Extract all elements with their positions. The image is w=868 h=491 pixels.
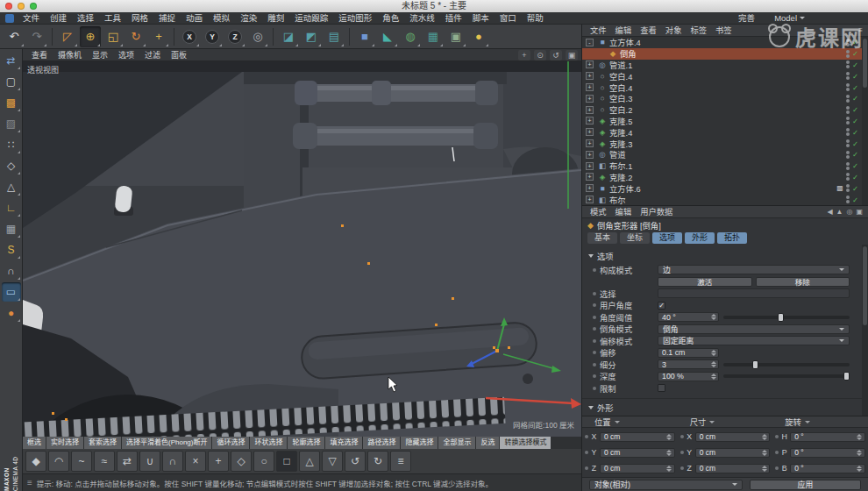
menu-插件[interactable]: 插件 [440,12,467,25]
spinner-arrows[interactable] [710,361,716,367]
expand-toggle[interactable]: + [586,95,594,103]
visibility-toggles[interactable] [846,117,850,125]
enabled-check-icon[interactable]: ✓ [852,128,858,137]
expand-toggle[interactable]: + [586,117,594,125]
expand-toggle[interactable]: + [586,162,594,170]
command-选择平滑着色(Phong)断开[interactable]: 选择平滑着色(Phong)断开 [122,437,211,449]
remove-button[interactable]: 移除 [756,277,850,287]
viewport-3d-scene[interactable] [23,61,581,437]
render-visibility-dot[interactable] [846,200,850,203]
visibility-toggles[interactable] [846,173,850,181]
expand-toggle[interactable]: + [586,72,594,80]
object-row[interactable]: +○空白.2✓ [582,104,862,116]
render-visibility-dot[interactable] [846,110,850,114]
spinner-arrows[interactable] [666,466,672,472]
undo-icon[interactable]: ↶ [4,26,25,47]
spinner-arrows[interactable] [761,434,767,440]
spinner-arrows[interactable] [710,350,716,356]
layout-dropdown[interactable]: Model [769,12,810,25]
enabled-check-icon[interactable]: ✓ [852,49,858,58]
editor-visibility-dot[interactable] [846,139,850,143]
camera-icon[interactable]: ▣ [445,26,466,47]
limit-checkbox[interactable] [658,384,665,392]
editor-visibility-dot[interactable] [846,117,850,120]
viewport-menu-选项[interactable]: 选项 [113,49,139,61]
loop-tool-icon[interactable]: ○ [253,451,274,472]
enabled-check-icon[interactable]: ✓ [852,105,858,114]
freehand-tool-icon[interactable]: ~ [71,451,92,472]
coordinate-system-icon[interactable]: ◎ [247,26,268,47]
visibility-toggles[interactable] [846,72,850,80]
menu-网格[interactable]: 网格 [126,12,153,25]
object-row[interactable]: +◧布尔✓ [582,194,862,205]
menubar-right-label[interactable]: 完善 [733,12,760,25]
render-visibility-dot[interactable] [846,54,850,58]
menu-运动图形[interactable]: 运动图形 [333,12,377,25]
command-反选[interactable]: 反选 [476,437,499,449]
render-visibility-dot[interactable] [846,99,850,103]
magnet-icon[interactable]: ∩ [2,261,21,281]
enabled-check-icon[interactable]: ✓ [852,161,858,170]
zoom-view-icon[interactable]: ⊙ [534,50,546,60]
menu-脚本[interactable]: 脚本 [467,12,494,25]
object-row[interactable]: +◈克隆.5✓ [582,116,862,127]
menu-角色[interactable]: 角色 [377,12,404,25]
visibility-toggles[interactable] [846,60,850,68]
editor-visibility-dot[interactable] [846,151,850,154]
depth-slider[interactable] [723,374,850,378]
object-row[interactable]: ◆倒角✓ [582,48,862,60]
object-row[interactable]: +◎管道.1✓ [582,60,862,71]
render-view-icon[interactable]: ◪ [278,26,299,47]
render-visibility-dot[interactable] [846,167,850,170]
lock-z-button[interactable]: Z [224,26,245,47]
rotate-view-icon[interactable]: ↺ [550,50,562,60]
spinner-arrows[interactable] [857,434,863,440]
redo-icon[interactable]: ↷ [26,26,47,47]
visibility-toggles[interactable] [846,106,850,114]
visibility-toggles[interactable] [846,196,850,203]
lock-x-button[interactable]: X [179,26,200,47]
tab-基本[interactable]: 基本 [587,232,617,244]
axis-mode-icon[interactable]: ∟ [2,198,21,217]
search-icon[interactable]: ◎ [846,208,852,216]
coord-field[interactable]: 0 cm [600,448,675,458]
expand-toggle[interactable]: + [586,196,594,203]
spinner-arrows[interactable] [761,450,767,456]
render-visibility-dot[interactable] [846,65,850,68]
viewport-menu-面板[interactable]: 面板 [166,49,192,61]
viewport-menu-显示[interactable]: 显示 [87,49,113,61]
editor-visibility-dot[interactable] [846,173,850,176]
visibility-toggles[interactable] [846,128,850,136]
render-visibility-dot[interactable] [846,132,850,136]
composition-mode-dropdown[interactable]: 边 [658,265,850,274]
enabled-check-icon[interactable]: ✓ [852,117,858,125]
view-label[interactable]: 透视视图 [27,64,59,75]
spinner-arrows[interactable] [710,374,716,380]
coord-field[interactable]: 0 cm [695,464,771,473]
coord-field[interactable]: 0 cm [695,448,771,458]
editor-visibility-dot[interactable] [846,184,850,188]
menu-窗口[interactable]: 窗口 [494,12,522,25]
render-visibility-dot[interactable] [846,177,850,181]
object-row[interactable]: +○空白.4✓ [582,70,862,82]
attribute-scrollbar[interactable] [862,245,868,416]
visibility-toggles[interactable] [846,39,850,46]
lock-y-button[interactable]: Y [202,26,223,47]
render-settings-icon[interactable]: ◩ [301,26,322,47]
om-menu-查看[interactable]: 查看 [636,25,661,37]
menu-捕捉[interactable]: 捕捉 [153,12,181,25]
menu-帮助[interactable]: 帮助 [522,12,549,25]
subdivision-surface-icon[interactable]: ◍ [400,26,421,47]
viewport-menu-查看[interactable]: 查看 [26,49,53,61]
spinner-arrows[interactable] [857,466,863,472]
enabled-check-icon[interactable]: ✓ [852,196,858,204]
om-menu-编辑[interactable]: 编辑 [611,25,637,37]
lock-icon[interactable]: ▣ [856,208,863,216]
am-menu-用户数据[interactable]: 用户数据 [636,206,677,218]
points-mode-icon[interactable]: ∷ [2,135,21,154]
object-row[interactable]: +◈克隆.4✓ [582,126,862,138]
editor-visibility-dot[interactable] [846,196,850,199]
enabled-check-icon[interactable]: ✓ [852,38,858,46]
menu-创建[interactable]: 创建 [45,12,72,25]
editor-visibility-dot[interactable] [846,106,850,110]
